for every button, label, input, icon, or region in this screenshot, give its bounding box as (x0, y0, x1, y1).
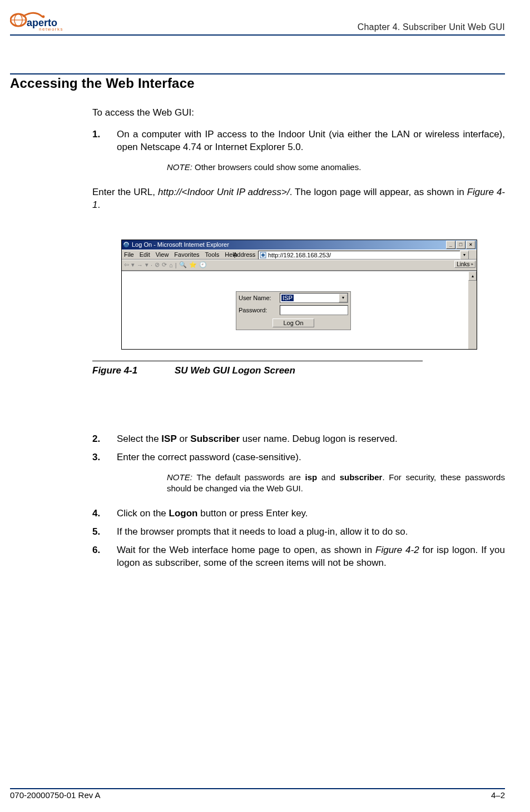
back-button-icon[interactable]: ⇦ (124, 261, 129, 268)
step-6: 6. Wait for the Web interface home page … (92, 544, 505, 570)
note-label: NOTE: (167, 472, 197, 482)
step-2: 2. Select the ISP or Subscriber user nam… (92, 433, 505, 446)
chapter-reference: Chapter 4. Subscriber Unit Web GUI (358, 22, 505, 32)
favorites-button-icon[interactable]: ⭐ (189, 261, 197, 268)
page-header: aperto networks Chapter 4. Subscriber Un… (10, 11, 505, 36)
forward-button-icon[interactable]: → (137, 262, 143, 268)
footer-pagenum: 4–2 (491, 790, 505, 800)
address-value: http://192.168.168.253/ (268, 252, 331, 258)
step-3: 3. Enter the correct password (case-sens… (92, 451, 505, 464)
username-label: User Name: (239, 295, 278, 301)
refresh-button-icon[interactable]: ⟳ (162, 261, 167, 268)
browser-menubar: File Edit View Favorites Tools Help Addr… (122, 250, 477, 260)
menu-view[interactable]: View (156, 251, 169, 258)
menu-edit[interactable]: Edit (140, 251, 150, 258)
login-box: User Name: ISP ▾ Password: Log On (236, 291, 351, 330)
home-button-icon[interactable]: ⌂ (169, 262, 173, 268)
note-2: NOTE: The default passwords are isp and … (167, 472, 505, 495)
enter-url-paragraph: Enter the URL, http://<Indoor Unit IP ad… (92, 186, 505, 212)
menu-favorites[interactable]: Favorites (174, 251, 199, 258)
window-minimize-button[interactable]: _ (446, 241, 455, 249)
step-text: Click on the Logon button or press Enter… (117, 507, 505, 520)
page-icon (260, 252, 266, 258)
search-button-icon[interactable]: 🔍 (179, 261, 187, 268)
figure-caption: Figure 4-1SU Web GUI Logon Screen (92, 362, 505, 377)
section-title: Accessing the Web Interface (10, 73, 505, 91)
footer-docid: 070-20000750-01 Rev A (10, 790, 101, 800)
browser-content: User Name: ISP ▾ Password: Log On (122, 271, 477, 349)
step-text: If the browser prompts that it needs to … (117, 526, 505, 539)
menu-file[interactable]: File (124, 251, 134, 258)
svg-text:networks: networks (39, 27, 63, 32)
logon-button[interactable]: Log On (273, 318, 314, 327)
browser-window: Log On - Microsoft Internet Explorer _ □… (121, 240, 477, 350)
svg-point-8 (261, 253, 265, 257)
step-text: Wait for the Web interface home page to … (117, 544, 505, 570)
scroll-up-icon[interactable]: ▴ (468, 271, 477, 281)
step-text: Enter the correct password (case-sensiti… (117, 451, 505, 464)
address-dropdown-button[interactable]: ▾ (460, 251, 469, 260)
step-text: On a computer with IP access to the Indo… (117, 128, 505, 154)
ie-icon (123, 241, 130, 248)
step-number: 5. (92, 526, 117, 539)
history-button-icon[interactable]: 🕘 (199, 261, 207, 268)
username-value: ISP (281, 295, 294, 301)
note-1: NOTE: Other browsers could show some ano… (167, 162, 505, 173)
browser-toolbar: ⇦ ▾ → ▾ · ⊘ ⟳ ⌂ | 🔍 ⭐ 🕘 Links» (122, 260, 477, 271)
step-4: 4. Click on the Logon button or press En… (92, 507, 505, 520)
intro-text: To access the Web GUI: (92, 107, 505, 119)
step-number: 4. (92, 507, 117, 520)
stop-button-icon[interactable]: ⊘ (155, 261, 160, 268)
figure-4-1: Log On - Microsoft Internet Explorer _ □… (121, 240, 505, 350)
chevron-down-icon[interactable]: ▾ (339, 293, 348, 302)
browser-titlebar: Log On - Microsoft Internet Explorer _ □… (122, 240, 477, 250)
figure-rule (92, 361, 423, 361)
address-label: Address (233, 251, 255, 258)
browser-title-text: Log On - Microsoft Internet Explorer (132, 241, 229, 248)
step-5: 5. If the browser prompts that it needs … (92, 526, 505, 539)
note-text: Other browsers could show some anomalies… (195, 162, 361, 172)
links-button[interactable]: Links» (454, 261, 475, 268)
password-input[interactable] (280, 305, 348, 315)
step-number: 2. (92, 433, 117, 446)
password-label: Password: (239, 307, 278, 313)
logo: aperto networks (10, 11, 65, 32)
note-label: NOTE: (167, 162, 195, 172)
step-1: 1. On a computer with IP access to the I… (92, 128, 505, 154)
page-footer: 070-20000750-01 Rev A 4–2 (10, 788, 505, 800)
step-text: Select the ISP or Subscriber user name. … (117, 433, 505, 446)
scrollbar[interactable]: ▴ (468, 271, 477, 349)
step-number: 1. (92, 128, 117, 154)
address-bar[interactable]: http://192.168.168.253/ (258, 251, 462, 260)
step-number: 6. (92, 544, 117, 570)
window-maximize-button[interactable]: □ (456, 241, 465, 249)
menu-tools[interactable]: Tools (205, 251, 220, 258)
step-number: 3. (92, 451, 117, 464)
aperto-logo-icon: aperto networks (10, 11, 65, 32)
window-close-button[interactable]: × (466, 241, 475, 249)
username-select[interactable]: ISP ▾ (280, 293, 348, 303)
